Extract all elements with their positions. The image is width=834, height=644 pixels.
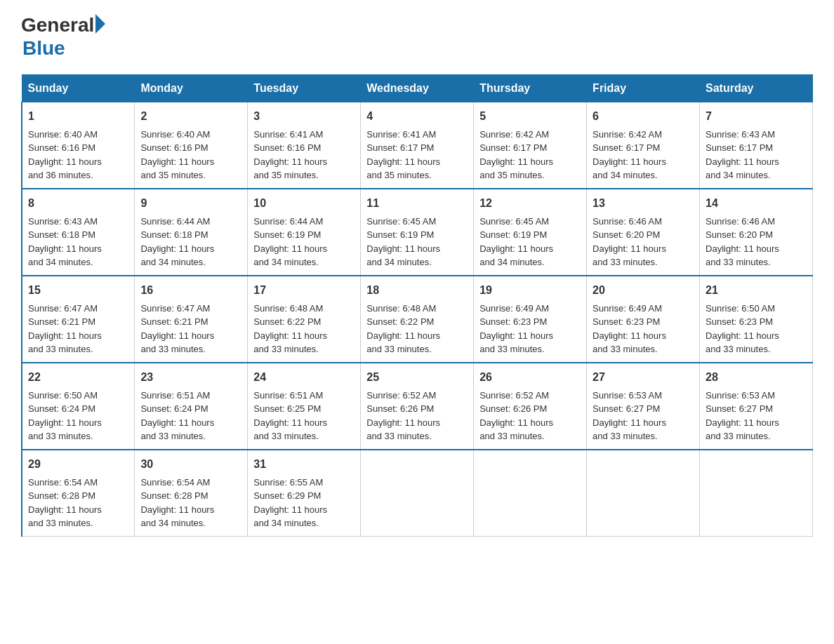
day-info: Sunrise: 6:49 AMSunset: 6:23 PMDaylight:… bbox=[479, 302, 581, 356]
calendar-cell: 11Sunrise: 6:45 AMSunset: 6:19 PMDayligh… bbox=[361, 189, 474, 276]
calendar-cell: 12Sunrise: 6:45 AMSunset: 6:19 PMDayligh… bbox=[474, 189, 587, 276]
calendar-cell: 17Sunrise: 6:48 AMSunset: 6:22 PMDayligh… bbox=[248, 276, 361, 363]
day-number: 25 bbox=[366, 369, 468, 386]
header-cell-friday: Friday bbox=[587, 74, 700, 102]
logo: General Blue bbox=[21, 14, 105, 60]
day-number: 7 bbox=[706, 108, 807, 125]
day-info: Sunrise: 6:47 AMSunset: 6:21 PMDaylight:… bbox=[140, 302, 241, 356]
header-cell-saturday: Saturday bbox=[700, 74, 813, 102]
day-info: Sunrise: 6:49 AMSunset: 6:23 PMDaylight:… bbox=[593, 302, 694, 356]
header-cell-thursday: Thursday bbox=[474, 74, 587, 102]
day-number: 20 bbox=[593, 282, 694, 299]
calendar-cell: 20Sunrise: 6:49 AMSunset: 6:23 PMDayligh… bbox=[587, 276, 700, 363]
day-number: 5 bbox=[479, 108, 581, 125]
calendar-week-row: 15Sunrise: 6:47 AMSunset: 6:21 PMDayligh… bbox=[22, 276, 813, 363]
day-info: Sunrise: 6:45 AMSunset: 6:19 PMDaylight:… bbox=[366, 215, 468, 269]
day-number: 14 bbox=[706, 195, 807, 212]
calendar-cell: 13Sunrise: 6:46 AMSunset: 6:20 PMDayligh… bbox=[587, 189, 700, 276]
calendar-cell: 8Sunrise: 6:43 AMSunset: 6:18 PMDaylight… bbox=[22, 189, 135, 276]
calendar-week-row: 8Sunrise: 6:43 AMSunset: 6:18 PMDaylight… bbox=[22, 189, 813, 276]
day-number: 11 bbox=[366, 195, 468, 212]
day-number: 19 bbox=[479, 282, 581, 299]
day-info: Sunrise: 6:43 AMSunset: 6:18 PMDaylight:… bbox=[28, 215, 128, 269]
calendar-cell bbox=[474, 450, 587, 537]
header-cell-wednesday: Wednesday bbox=[361, 74, 474, 102]
day-number: 12 bbox=[479, 195, 581, 212]
calendar-cell: 31Sunrise: 6:55 AMSunset: 6:29 PMDayligh… bbox=[248, 450, 361, 537]
day-number: 2 bbox=[140, 108, 241, 125]
calendar-cell: 5Sunrise: 6:42 AMSunset: 6:17 PMDaylight… bbox=[474, 102, 587, 189]
calendar-cell bbox=[587, 450, 700, 537]
header-cell-sunday: Sunday bbox=[22, 74, 135, 102]
day-number: 13 bbox=[593, 195, 694, 212]
calendar-cell: 15Sunrise: 6:47 AMSunset: 6:21 PMDayligh… bbox=[22, 276, 135, 363]
calendar-cell: 26Sunrise: 6:52 AMSunset: 6:26 PMDayligh… bbox=[474, 363, 587, 450]
calendar-cell: 1Sunrise: 6:40 AMSunset: 6:16 PMDaylight… bbox=[22, 102, 135, 189]
day-number: 10 bbox=[253, 195, 355, 212]
day-info: Sunrise: 6:51 AMSunset: 6:24 PMDaylight:… bbox=[140, 389, 241, 443]
calendar-cell: 4Sunrise: 6:41 AMSunset: 6:17 PMDaylight… bbox=[361, 102, 474, 189]
calendar-cell: 9Sunrise: 6:44 AMSunset: 6:18 PMDaylight… bbox=[135, 189, 248, 276]
logo-general-text: General bbox=[21, 14, 94, 36]
day-number: 21 bbox=[706, 282, 807, 299]
day-number: 26 bbox=[479, 369, 581, 386]
day-number: 4 bbox=[366, 108, 468, 125]
day-info: Sunrise: 6:54 AMSunset: 6:28 PMDaylight:… bbox=[140, 476, 241, 530]
day-info: Sunrise: 6:42 AMSunset: 6:17 PMDaylight:… bbox=[593, 128, 694, 182]
calendar-cell: 23Sunrise: 6:51 AMSunset: 6:24 PMDayligh… bbox=[135, 363, 248, 450]
logo-arrow-icon bbox=[95, 14, 105, 34]
day-info: Sunrise: 6:52 AMSunset: 6:26 PMDaylight:… bbox=[479, 389, 581, 443]
calendar-cell bbox=[361, 450, 474, 537]
calendar-cell: 29Sunrise: 6:54 AMSunset: 6:28 PMDayligh… bbox=[22, 450, 135, 537]
day-number: 15 bbox=[28, 282, 128, 299]
calendar-cell: 19Sunrise: 6:49 AMSunset: 6:23 PMDayligh… bbox=[474, 276, 587, 363]
day-info: Sunrise: 6:51 AMSunset: 6:25 PMDaylight:… bbox=[253, 389, 355, 443]
calendar-cell: 7Sunrise: 6:43 AMSunset: 6:17 PMDaylight… bbox=[700, 102, 813, 189]
day-info: Sunrise: 6:52 AMSunset: 6:26 PMDaylight:… bbox=[366, 389, 468, 443]
day-number: 27 bbox=[593, 369, 694, 386]
calendar-cell: 10Sunrise: 6:44 AMSunset: 6:19 PMDayligh… bbox=[248, 189, 361, 276]
calendar-table: SundayMondayTuesdayWednesdayThursdayFrid… bbox=[21, 74, 813, 537]
page-header: General Blue bbox=[21, 14, 813, 60]
calendar-cell: 6Sunrise: 6:42 AMSunset: 6:17 PMDaylight… bbox=[587, 102, 700, 189]
calendar-cell: 21Sunrise: 6:50 AMSunset: 6:23 PMDayligh… bbox=[700, 276, 813, 363]
day-info: Sunrise: 6:54 AMSunset: 6:28 PMDaylight:… bbox=[28, 476, 128, 530]
day-number: 6 bbox=[593, 108, 694, 125]
calendar-cell: 14Sunrise: 6:46 AMSunset: 6:20 PMDayligh… bbox=[700, 189, 813, 276]
calendar-cell: 18Sunrise: 6:48 AMSunset: 6:22 PMDayligh… bbox=[361, 276, 474, 363]
day-info: Sunrise: 6:46 AMSunset: 6:20 PMDaylight:… bbox=[706, 215, 807, 269]
day-number: 17 bbox=[253, 282, 355, 299]
day-info: Sunrise: 6:40 AMSunset: 6:16 PMDaylight:… bbox=[140, 128, 241, 182]
day-number: 31 bbox=[253, 456, 355, 473]
calendar-cell: 25Sunrise: 6:52 AMSunset: 6:26 PMDayligh… bbox=[361, 363, 474, 450]
calendar-cell: 3Sunrise: 6:41 AMSunset: 6:16 PMDaylight… bbox=[248, 102, 361, 189]
header-cell-tuesday: Tuesday bbox=[248, 74, 361, 102]
calendar-cell bbox=[700, 450, 813, 537]
day-info: Sunrise: 6:48 AMSunset: 6:22 PMDaylight:… bbox=[253, 302, 355, 356]
day-info: Sunrise: 6:53 AMSunset: 6:27 PMDaylight:… bbox=[706, 389, 807, 443]
day-number: 8 bbox=[28, 195, 128, 212]
day-number: 22 bbox=[28, 369, 128, 386]
calendar-cell: 28Sunrise: 6:53 AMSunset: 6:27 PMDayligh… bbox=[700, 363, 813, 450]
day-number: 28 bbox=[706, 369, 807, 386]
calendar-week-row: 1Sunrise: 6:40 AMSunset: 6:16 PMDaylight… bbox=[22, 102, 813, 189]
day-info: Sunrise: 6:42 AMSunset: 6:17 PMDaylight:… bbox=[479, 128, 581, 182]
day-info: Sunrise: 6:40 AMSunset: 6:16 PMDaylight:… bbox=[28, 128, 128, 182]
day-info: Sunrise: 6:44 AMSunset: 6:18 PMDaylight:… bbox=[140, 215, 241, 269]
calendar-cell: 24Sunrise: 6:51 AMSunset: 6:25 PMDayligh… bbox=[248, 363, 361, 450]
logo-blue-text: Blue bbox=[22, 36, 105, 60]
day-info: Sunrise: 6:47 AMSunset: 6:21 PMDaylight:… bbox=[28, 302, 128, 356]
calendar-cell: 22Sunrise: 6:50 AMSunset: 6:24 PMDayligh… bbox=[22, 363, 135, 450]
day-number: 30 bbox=[140, 456, 241, 473]
calendar-cell: 16Sunrise: 6:47 AMSunset: 6:21 PMDayligh… bbox=[135, 276, 248, 363]
calendar-cell: 27Sunrise: 6:53 AMSunset: 6:27 PMDayligh… bbox=[587, 363, 700, 450]
day-info: Sunrise: 6:55 AMSunset: 6:29 PMDaylight:… bbox=[253, 476, 355, 530]
day-info: Sunrise: 6:50 AMSunset: 6:23 PMDaylight:… bbox=[706, 302, 807, 356]
day-number: 16 bbox=[140, 282, 241, 299]
day-info: Sunrise: 6:48 AMSunset: 6:22 PMDaylight:… bbox=[366, 302, 468, 356]
day-info: Sunrise: 6:41 AMSunset: 6:16 PMDaylight:… bbox=[253, 128, 355, 182]
day-info: Sunrise: 6:53 AMSunset: 6:27 PMDaylight:… bbox=[593, 389, 694, 443]
calendar-week-row: 22Sunrise: 6:50 AMSunset: 6:24 PMDayligh… bbox=[22, 363, 813, 450]
day-info: Sunrise: 6:46 AMSunset: 6:20 PMDaylight:… bbox=[593, 215, 694, 269]
day-info: Sunrise: 6:45 AMSunset: 6:19 PMDaylight:… bbox=[479, 215, 581, 269]
